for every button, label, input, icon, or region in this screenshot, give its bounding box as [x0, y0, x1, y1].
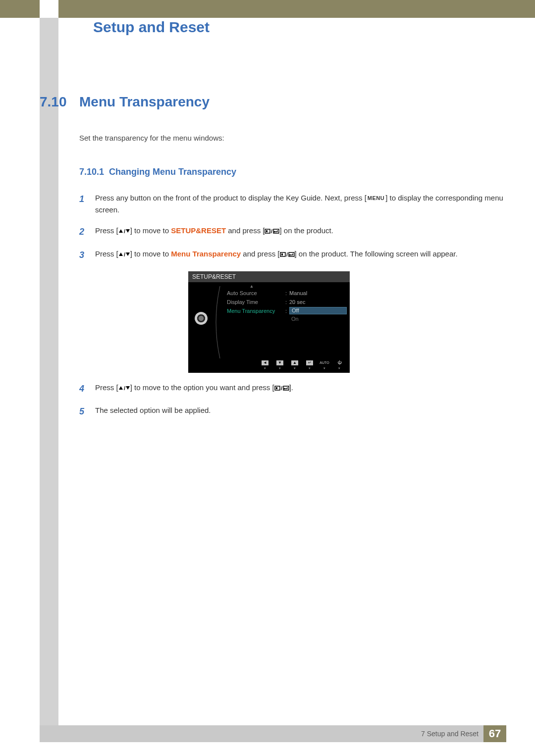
- chapter-title: Setup and Reset: [93, 19, 210, 36]
- section-heading: 7.10 Menu Transparency: [40, 94, 506, 110]
- osd-selected-option: Off: [289, 307, 347, 314]
- svg-text:/: /: [124, 385, 125, 391]
- svg-marker-0: [119, 229, 123, 233]
- osd-value: 20 sec: [289, 299, 305, 305]
- text: Press [: [95, 226, 118, 235]
- text: ] to move to the option you want and pre…: [130, 383, 274, 392]
- up-down-arrow-icon: /: [118, 385, 130, 391]
- nav-down-icon: ▼▾: [273, 360, 286, 370]
- svg-marker-10: [126, 252, 130, 256]
- step-number: 3: [79, 248, 95, 262]
- text: Press any button on the front of the pro…: [95, 194, 367, 202]
- osd-label: Auto Source: [227, 290, 285, 296]
- up-down-arrow-icon: /: [118, 252, 130, 257]
- step-body: The selected option will be applied.: [95, 404, 506, 419]
- highlight: SETUP&RESET: [171, 226, 226, 235]
- nav-back-icon: ◄▾: [259, 360, 271, 370]
- step-4: 4 Press [/] to move to the option you wa…: [79, 382, 506, 396]
- footer-chapter-ref: 7 Setup and Reset: [421, 730, 483, 738]
- nav-up-icon: ▲▾: [288, 360, 301, 370]
- svg-rect-20: [276, 387, 277, 389]
- step-number: 4: [79, 382, 95, 396]
- nav-auto: AUTO▾: [318, 360, 331, 370]
- osd-row-display-time: Display Time : 20 sec: [227, 298, 347, 306]
- osd-side-icon: [188, 282, 214, 345]
- osd-menu: ▲ Auto Source : Manual Display Time : 20…: [214, 282, 350, 345]
- nav-power-icon: ⏻▾: [333, 360, 346, 370]
- text: ] on the product.: [279, 226, 333, 235]
- osd-value: Manual: [289, 290, 307, 296]
- menu-key-icon: MENU: [367, 194, 385, 203]
- svg-rect-4: [266, 230, 268, 232]
- up-arrow-icon: ▲: [237, 284, 267, 289]
- text: ] to move to: [130, 250, 171, 258]
- svg-rect-12: [281, 253, 283, 255]
- nav-enter-icon: ↵▾: [303, 360, 316, 370]
- footer: 7 Setup and Reset 67: [40, 725, 506, 742]
- text: and press [: [241, 250, 279, 258]
- step-body: Press [/] to move to the option you want…: [95, 382, 506, 396]
- select-enter-icon: /: [274, 385, 289, 391]
- svg-text:/: /: [271, 228, 272, 234]
- select-enter-icon: /: [280, 252, 295, 257]
- section-number: 7.10: [40, 94, 79, 110]
- colon: :: [285, 308, 289, 314]
- step-number: 2: [79, 225, 95, 239]
- svg-text:/: /: [124, 252, 125, 257]
- subsection-number: 7.10.1: [79, 167, 109, 177]
- osd-label: Display Time: [227, 299, 285, 305]
- footer-page-number: 67: [483, 725, 506, 742]
- step-2: 2 Press [/] to move to SETUP&RESET and p…: [79, 225, 506, 239]
- svg-marker-16: [119, 386, 123, 390]
- content-area: 7.10 Menu Transparency Set the transpare…: [40, 94, 506, 428]
- osd-row-auto-source: Auto Source : Manual: [227, 289, 347, 298]
- osd-option-on: On: [289, 315, 347, 323]
- osd-title: SETUP&RESET: [188, 271, 350, 282]
- step-body: Press [/] to move to SETUP&RESET and pre…: [95, 225, 506, 239]
- select-enter-icon: /: [265, 228, 279, 234]
- header-tab: [40, 0, 58, 18]
- step-number: 1: [79, 192, 95, 216]
- svg-marker-2: [126, 229, 130, 233]
- steps-list-cont: 4 Press [/] to move to the option you wa…: [79, 382, 506, 419]
- gear-icon: [195, 312, 208, 325]
- section-title: Menu Transparency: [79, 94, 210, 110]
- osd-screenshot: SETUP&RESET ▲ Auto Source : Manual: [188, 271, 350, 373]
- step-number: 5: [79, 404, 95, 419]
- subsection-title: Changing Menu Transparency: [109, 167, 236, 177]
- text: Press [: [95, 250, 118, 258]
- colon: :: [285, 299, 289, 305]
- step-3: 3 Press [/] to move to Menu Transparency…: [79, 248, 506, 262]
- step-body: Press [/] to move to Menu Transparency a…: [95, 248, 506, 262]
- colon: :: [285, 290, 289, 296]
- subsection-heading: 7.10.1 Changing Menu Transparency: [79, 167, 506, 177]
- up-down-arrow-icon: /: [118, 228, 130, 234]
- svg-text:/: /: [286, 252, 288, 257]
- osd-row-menu-transparency: Menu Transparency : Off: [227, 306, 347, 315]
- top-bar: [0, 0, 535, 18]
- step-1: 1 Press any button on the front of the p…: [79, 192, 506, 216]
- steps-list: 1 Press any button on the front of the p…: [79, 192, 506, 262]
- svg-text:/: /: [124, 228, 125, 234]
- svg-marker-8: [119, 252, 123, 256]
- osd-nav-bar: ◄▾ ▼▾ ▲▾ ↵▾ AUTO▾ ⏻▾: [188, 359, 350, 373]
- step-5: 5 The selected option will be applied.: [79, 404, 506, 419]
- text: and press [: [226, 226, 265, 235]
- highlight: Menu Transparency: [171, 250, 241, 258]
- text: ].: [289, 383, 293, 392]
- text: ] on the product. The following screen w…: [295, 250, 458, 258]
- osd-label-active: Menu Transparency: [227, 308, 285, 314]
- svg-text:/: /: [281, 385, 282, 391]
- svg-marker-18: [126, 386, 130, 390]
- text: Press [: [95, 383, 118, 392]
- step-body: Press any button on the front of the pro…: [95, 192, 506, 216]
- intro-text: Set the transparency for the menu window…: [79, 134, 506, 142]
- text: ] to move to: [130, 226, 171, 235]
